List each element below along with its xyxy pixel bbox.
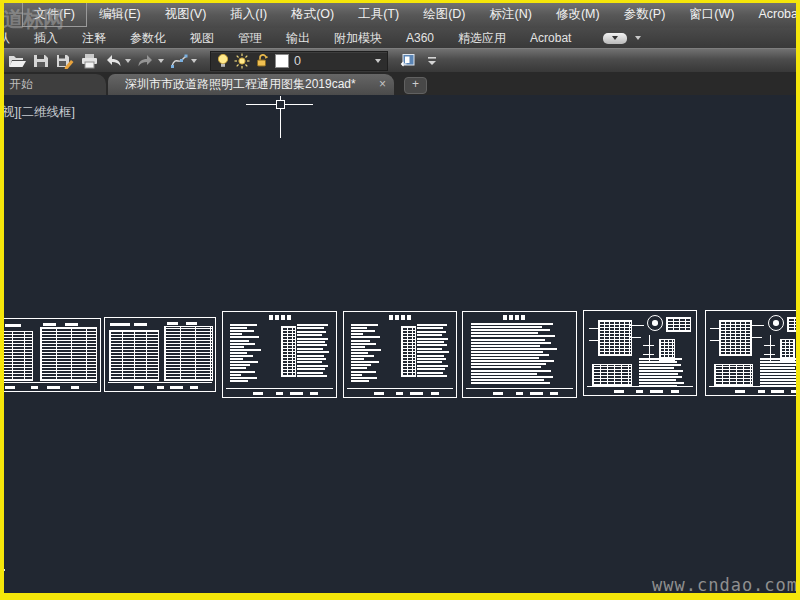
toolbar-collapse-button[interactable]	[420, 50, 444, 71]
sheet-line	[710, 340, 719, 341]
sheet-grid	[719, 320, 752, 356]
ribbon-tab-insert[interactable]: 插入	[22, 30, 70, 47]
ribbon-tab-parametric[interactable]: 参数化	[118, 30, 178, 47]
sheet-line	[760, 379, 796, 381]
workspace-switch-button[interactable]	[396, 50, 420, 71]
sheet-line	[417, 365, 448, 367]
file-tab-bar: 开始 深圳市市政道路照明工程通用图集2019cad* × +	[0, 72, 800, 95]
ribbon-tab-output[interactable]: 输出	[274, 30, 322, 47]
ribbon-tab-a360[interactable]: A360	[394, 31, 446, 45]
print-button[interactable]	[77, 50, 101, 71]
sheet-line	[764, 354, 775, 355]
sheet-line	[297, 375, 327, 377]
open-folder-icon	[8, 53, 27, 69]
drawing-sheet[interactable]	[583, 310, 697, 396]
drawing-canvas[interactable]: [俯视][二维线框]	[0, 95, 800, 600]
save-button[interactable]	[29, 50, 53, 71]
menu-dimension[interactable]: 标注(N)	[478, 2, 544, 27]
sheet-line	[351, 327, 367, 329]
sheet-line	[134, 323, 147, 326]
redo-dropdown-chevron-icon[interactable]	[158, 59, 164, 63]
sheet-line	[230, 364, 250, 366]
open-button[interactable]	[5, 50, 29, 71]
tab-active-document[interactable]: 深圳市市政道路照明工程通用图集2019cad* ×	[108, 74, 394, 95]
sheet-line	[351, 355, 374, 357]
menu-view[interactable]: 视图(V)	[153, 2, 219, 27]
save-as-button[interactable]	[53, 50, 77, 71]
ribbon-tab-manage[interactable]: 管理	[226, 30, 274, 47]
sheet-line	[471, 332, 538, 334]
sheet-line	[396, 392, 403, 395]
sheet-line	[643, 354, 654, 355]
sheet-line	[351, 324, 378, 326]
lightbulb-icon	[217, 53, 229, 68]
sheet-line	[735, 390, 745, 393]
sheet-grid	[666, 317, 691, 332]
sheet-line	[471, 329, 550, 331]
ribbon-tab-addins[interactable]: 附加模块	[322, 30, 394, 47]
layer-combobox[interactable]: 0	[210, 51, 388, 71]
tab-start[interactable]: 开始	[0, 74, 106, 95]
menu-bar: 文件(F) 编辑(E) 视图(V) 插入(I) 格式(O) 工具(T) 绘图(D…	[0, 0, 800, 28]
sheet-line	[471, 357, 539, 359]
drawing-sheet[interactable]	[104, 317, 216, 392]
layer-dropdown-chevron-icon[interactable]	[375, 59, 381, 63]
sheet-line	[351, 380, 369, 382]
menu-parametric[interactable]: 参数(P)	[612, 2, 678, 27]
undo-dropdown-chevron-icon[interactable]	[125, 59, 131, 63]
ribbon-tab-annotate[interactable]: 注释	[70, 30, 118, 47]
menu-window[interactable]: 窗口(W)	[677, 2, 746, 27]
layer-color-swatch	[275, 54, 289, 68]
sheet-line	[760, 367, 795, 369]
sheet-line	[471, 335, 555, 337]
sheet-line	[417, 331, 446, 333]
sheet-grid	[592, 364, 632, 386]
drawing-sheet[interactable]	[705, 310, 800, 396]
menu-format[interactable]: 格式(O)	[279, 2, 346, 27]
drawing-sheet[interactable]	[462, 311, 577, 398]
sheet-line	[351, 367, 367, 369]
save-icon	[33, 53, 49, 69]
sheet-line	[639, 379, 676, 381]
undo-button[interactable]	[101, 50, 125, 71]
drawing-sheet[interactable]	[343, 311, 457, 398]
sheet-line	[471, 339, 545, 341]
sheet-line	[639, 358, 682, 360]
sheet-line	[493, 392, 503, 395]
sheet-line	[287, 315, 291, 320]
menu-tools[interactable]: 工具(T)	[346, 2, 411, 27]
sheet-line	[230, 333, 242, 335]
sheet-line	[71, 386, 79, 389]
new-tab-button[interactable]: +	[404, 77, 427, 94]
viewport-controls-label[interactable]: [俯视][二维线框]	[0, 104, 75, 121]
drawing-sheet[interactable]	[0, 318, 101, 392]
plot-dropdown-chevron-icon[interactable]	[191, 59, 197, 63]
sheet-line	[230, 324, 257, 326]
menu-draw[interactable]: 绘图(D)	[411, 2, 477, 27]
sheet-line	[230, 330, 254, 332]
application-window: 文件(F) 编辑(E) 视图(V) 插入(I) 格式(O) 工具(T) 绘图(D…	[0, 0, 800, 600]
menu-file[interactable]: 文件(F)	[22, 2, 87, 27]
redo-button[interactable]	[134, 50, 158, 71]
plot-style-button[interactable]	[167, 50, 191, 71]
ribbon-tab-acrobat[interactable]: Acrobat	[518, 31, 583, 45]
menu-acrobat[interactable]: Acrobat 标	[746, 2, 800, 27]
sheet-line	[650, 390, 663, 393]
sheet-line	[417, 338, 448, 340]
menu-modify[interactable]: 修改(M)	[544, 2, 612, 27]
ribbon-options-chevron-icon[interactable]	[635, 36, 641, 40]
ribbon-tab-featured-apps[interactable]: 精选应用	[446, 30, 518, 47]
menu-edit[interactable]: 编辑(E)	[87, 2, 153, 27]
undo-arrow-icon	[104, 53, 122, 69]
drawing-sheet[interactable]	[222, 311, 337, 398]
sheet-line	[351, 371, 376, 373]
sheet-line	[351, 340, 370, 342]
sheet-line	[471, 342, 551, 344]
ribbon-tab-view[interactable]: 视图	[178, 30, 226, 47]
menu-insert[interactable]: 插入(I)	[218, 2, 279, 27]
close-icon[interactable]: ×	[379, 74, 386, 95]
sheet-line	[760, 382, 800, 384]
sheet-line	[530, 392, 543, 395]
sheet-line	[515, 315, 519, 320]
ribbon-display-toggle-button[interactable]	[603, 33, 627, 44]
